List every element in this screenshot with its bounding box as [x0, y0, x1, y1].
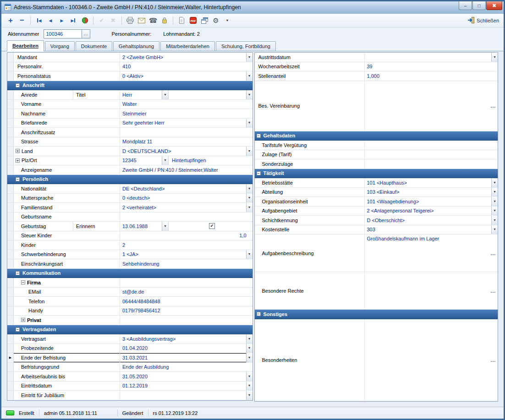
field-value-organisationseinheit[interactable]: 101 <Waagebdienung>▾	[365, 197, 498, 206]
dropdown-button[interactable]: ▾	[491, 53, 498, 62]
collapse-icon[interactable]: −	[16, 177, 20, 181]
dropdown-button[interactable]: ▾	[246, 203, 252, 212]
dropdown-button[interactable]: ▾	[162, 222, 168, 231]
field-value-strasse[interactable]: Mondplatz 11	[120, 137, 252, 147]
collapse-icon[interactable]: −	[16, 83, 20, 87]
new-document-icon[interactable]	[177, 16, 186, 25]
form-row-privat[interactable]: +Privat	[7, 316, 252, 325]
field-value-geburtstag[interactable]: 13.06.1988▾✔	[120, 222, 252, 231]
tab-bearbeiten[interactable]: Bearbeiten	[7, 40, 44, 51]
field-value-handy[interactable]: 0179/798456412	[120, 306, 252, 316]
field-value-steuer-kinder[interactable]: 1,0	[120, 231, 252, 240]
section-header-gehaltsdaten[interactable]: −Gehaltsdaten	[255, 131, 498, 141]
dropdown-button[interactable]: ▾	[246, 344, 252, 353]
dropdown-button[interactable]: ▾	[162, 156, 168, 165]
field-value-besondere-rechte[interactable]: ...	[365, 272, 498, 309]
collapse-icon[interactable]: −	[16, 271, 20, 275]
phone-icon[interactable]: ☎	[148, 16, 158, 25]
erinnern-checkbox[interactable]: ✔	[209, 223, 215, 229]
minimize-button[interactable]: –	[459, 1, 472, 10]
dropdown-button[interactable]: ▾	[491, 207, 498, 216]
field-value-nationalitaet[interactable]: DE <Deutschland>▾	[120, 184, 252, 193]
dropdown-button[interactable]: ▾	[491, 225, 498, 235]
pdf-export-icon[interactable]: PDF	[188, 16, 198, 25]
field-value-wochenarbeitszeit[interactable]: 39	[365, 62, 498, 71]
field-value-einschraenkungsart[interactable]: Sehbehinderung	[120, 259, 252, 268]
field-value-email[interactable]: st@de.de	[120, 288, 252, 297]
expand-icon[interactable]: +	[16, 149, 20, 153]
tab-mitarbeiterdarlehen[interactable]: Mitarbeiterdarlehen	[160, 41, 215, 51]
section-header-persoenlich[interactable]: −Persönlich	[7, 175, 252, 185]
field-value-betriebsstaette[interactable]: 101 <Haupthaus>▾	[365, 178, 498, 187]
field-value-personalstatus[interactable]: 0 <Aktiv>▾	[120, 71, 252, 81]
email-icon[interactable]	[137, 16, 146, 25]
windows-icon[interactable]	[200, 16, 209, 25]
field-value-muttersprache[interactable]: 0 <deutsch>▾	[120, 194, 252, 203]
field-value-arbeitserlaubnis-bis[interactable]: 31.05.2020▾	[120, 372, 252, 381]
expand-icon[interactable]: +	[16, 158, 20, 163]
dropdown-button[interactable]: ▾	[491, 188, 498, 197]
dropdown-button[interactable]: ▾	[246, 119, 252, 128]
field-value-probezeitende[interactable]: 01.04.2020▾	[120, 344, 252, 353]
field-value-schichtkennung[interactable]: D <Oberschicht>▾	[365, 216, 498, 225]
collapse-icon[interactable]: −	[16, 327, 20, 332]
ellipsis-button[interactable]: ...	[491, 357, 496, 362]
first-record-icon[interactable]: ◀	[34, 16, 44, 25]
dropdown-button[interactable]: ▾	[246, 353, 252, 362]
field-value-abteilung[interactable]: 103 <Einkauf>▾	[365, 188, 498, 197]
field-value-eintrittsdatum[interactable]: 01.12.2019▾	[120, 382, 252, 391]
aktennummer-input[interactable]	[44, 29, 82, 38]
form-row-firma[interactable]: −Firma	[7, 278, 252, 288]
field-value-nachname[interactable]: Steinmeier	[120, 109, 252, 118]
collapse-icon[interactable]: −	[21, 280, 25, 284]
field-value-land[interactable]: D <DEUTSCHLAND>▾	[120, 147, 252, 156]
dropdown-button[interactable]: ▾	[246, 184, 252, 193]
dropdown-button[interactable]: ▾	[246, 250, 252, 259]
dropdown-button[interactable]: ▾	[246, 382, 252, 391]
field-value-personalnr[interactable]: 410	[120, 62, 252, 71]
field-value-telefon[interactable]: 06444/48484848	[120, 297, 252, 306]
add-record-icon[interactable]: +	[6, 16, 15, 25]
section-header-sonstiges[interactable]: −Sonstiges	[255, 310, 498, 319]
tab-dokumente[interactable]: Dokumente	[76, 41, 112, 51]
field-value-geburtsname[interactable]	[120, 213, 252, 222]
tab-gehaltsplanung[interactable]: Gehaltsplanung	[113, 41, 159, 51]
section-header-vertragsdaten[interactable]: −Vertragsdaten	[7, 325, 252, 335]
dropdown-button[interactable]: ▾	[491, 216, 498, 225]
dropdown-button[interactable]: ▾	[246, 194, 252, 203]
next-record-icon[interactable]: ▶	[57, 16, 66, 25]
dropdown-button[interactable]: ▾	[246, 147, 252, 156]
field-value-besonderheiten[interactable]: ...	[365, 319, 498, 401]
lock-icon[interactable]	[160, 16, 169, 25]
field-value-eintritt-fuer-jubilaeum[interactable]: ▾	[120, 391, 252, 400]
print-icon[interactable]	[126, 16, 135, 25]
dropdown-button[interactable]: ▾	[491, 197, 498, 206]
ellipsis-button[interactable]: ...	[491, 251, 496, 256]
dropdown-button[interactable]: ▾	[246, 53, 252, 62]
dropdown-button[interactable]: ▾	[246, 90, 252, 99]
dropdown-button[interactable]: ▾	[246, 334, 252, 344]
section-header-kommunikation[interactable]: −Kommunikation	[7, 269, 252, 278]
field-value-anrede[interactable]: Herr▾▾	[120, 90, 252, 99]
tab-vorgang[interactable]: Vorgang	[45, 41, 75, 51]
field-value-briefanrede[interactable]: Sehr geehrter Herr▾	[120, 119, 252, 128]
field-value-zulage-tarif[interactable]	[365, 150, 498, 159]
aktennummer-lookup-button[interactable]: ...	[82, 29, 90, 38]
field-value-anzeigename[interactable]: Zweite GmbH / PN:410 / Steinmeier,Walter	[120, 165, 252, 175]
save-icon[interactable]: ✔	[97, 16, 106, 25]
previous-record-icon[interactable]: ◀	[46, 16, 55, 25]
collapse-icon[interactable]: −	[257, 171, 261, 175]
field-value-familienstand[interactable]: 2 <verheiratet>▾	[120, 203, 252, 212]
field-value-plz-ort[interactable]: 12345▾Hintertupfingen	[120, 156, 252, 165]
expand-icon[interactable]: +	[21, 318, 25, 322]
maximize-button[interactable]: □	[472, 1, 486, 10]
field-value-bes-vereinbarung[interactable]: ...	[365, 81, 498, 131]
titlebar[interactable]: Adress-Stammdaten - 100346.0 - Zweite Gm…	[1, 1, 504, 14]
dropdown-button[interactable]: ▾	[162, 90, 168, 99]
settings-dropdown-icon[interactable]: ▼	[223, 16, 232, 25]
close-form-button[interactable]: Schließen	[467, 17, 499, 24]
collapse-icon[interactable]: −	[257, 134, 261, 138]
dropdown-button[interactable]: ▾	[246, 391, 252, 400]
dropdown-button[interactable]: ▾	[246, 372, 252, 381]
dropdown-button[interactable]: ▾	[246, 71, 252, 81]
